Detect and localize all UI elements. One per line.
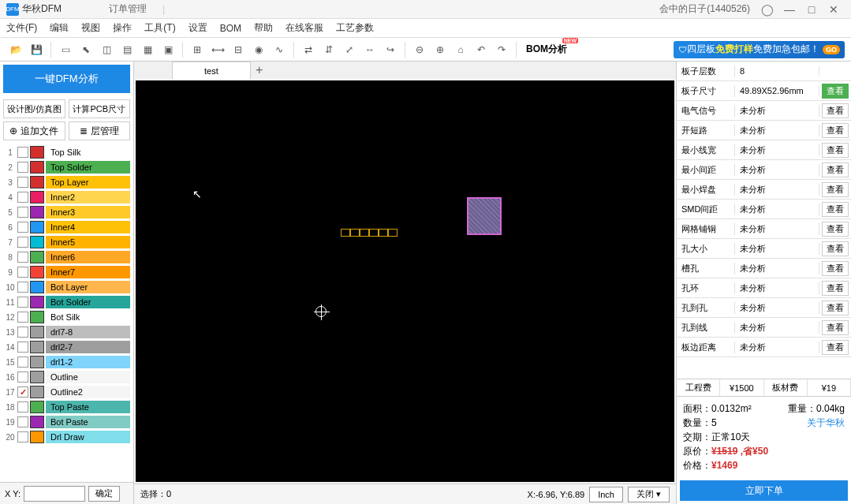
panel-icon[interactable]: ▤ xyxy=(118,40,136,59)
layer-checkbox[interactable] xyxy=(17,327,28,338)
grid-icon[interactable]: ▦ xyxy=(138,40,157,59)
select-icon[interactable]: ⬉ xyxy=(77,40,95,59)
gauge-icon[interactable]: ◉ xyxy=(249,40,268,59)
lasso-icon[interactable]: ◫ xyxy=(97,40,116,59)
xy-confirm-button[interactable]: 确定 xyxy=(88,486,120,502)
menu-file[interactable]: 文件(F) xyxy=(6,21,37,35)
layer-manage-button[interactable]: ≣层管理 xyxy=(69,121,131,140)
layer-color-swatch[interactable] xyxy=(30,221,44,233)
layer-name[interactable]: Inner2 xyxy=(46,191,130,203)
layer-color-swatch[interactable] xyxy=(30,206,44,218)
layer-checkbox[interactable] xyxy=(17,237,28,248)
layer-checkbox[interactable] xyxy=(17,371,28,383)
layer-row[interactable]: 1 Top Silk xyxy=(3,145,130,159)
wave-icon[interactable]: ∿ xyxy=(270,40,289,59)
xy-input[interactable] xyxy=(24,486,85,502)
flip-h-icon[interactable]: ⇄ xyxy=(299,40,318,59)
add-file-button[interactable]: ⊕追加文件 xyxy=(3,121,65,140)
layer-checkbox[interactable] xyxy=(17,357,28,368)
expand-icon[interactable]: ⤢ xyxy=(340,40,359,59)
frame-icon[interactable]: ▣ xyxy=(159,40,177,59)
analysis-view-button[interactable]: 查看 xyxy=(822,261,849,276)
layer-color-swatch[interactable] xyxy=(30,176,44,189)
analysis-view-button[interactable]: 查看 xyxy=(822,143,849,158)
move-icon[interactable]: ↔ xyxy=(360,40,379,59)
layer-name[interactable]: Top Solder xyxy=(46,161,130,174)
layer-name[interactable]: Top Silk xyxy=(46,146,130,159)
layer-checkbox[interactable] xyxy=(17,401,28,413)
analysis-view-button[interactable]: 查看 xyxy=(822,182,849,197)
layer-checkbox[interactable] xyxy=(17,192,28,203)
layer-name[interactable]: Bot Layer xyxy=(46,281,130,293)
layer-row[interactable]: 19 Bot Paste xyxy=(3,415,130,429)
menu-edit[interactable]: 编辑 xyxy=(50,21,69,35)
layer-name[interactable]: Inner5 xyxy=(46,236,130,248)
layer-checkbox[interactable] xyxy=(17,342,28,353)
layer-color-swatch[interactable] xyxy=(30,416,44,428)
ruler-icon[interactable]: ⊞ xyxy=(188,40,207,59)
save-icon[interactable]: 💾 xyxy=(27,40,46,59)
flip-v-icon[interactable]: ⇵ xyxy=(319,40,338,59)
layer-color-swatch[interactable] xyxy=(30,191,44,203)
analysis-view-button[interactable]: 查看 xyxy=(822,84,849,99)
layer-row[interactable]: 5 Inner3 xyxy=(3,205,130,219)
layer-row[interactable]: 17 Outline2 xyxy=(3,385,130,399)
menu-support[interactable]: 在线客服 xyxy=(286,21,323,35)
layer-color-swatch[interactable] xyxy=(30,161,44,174)
zoom-out-icon[interactable]: ⊖ xyxy=(410,40,429,59)
layer-name[interactable]: drl1-2 xyxy=(46,356,130,368)
layer-name[interactable]: Inner7 xyxy=(46,266,130,278)
layer-row[interactable]: 3 Top Layer xyxy=(3,175,130,189)
layer-row[interactable]: 2 Top Solder xyxy=(3,160,130,174)
redo-icon[interactable]: ↷ xyxy=(492,40,511,59)
layer-color-swatch[interactable] xyxy=(30,311,44,323)
layer-name[interactable]: Bot Paste xyxy=(46,416,130,428)
layer-name[interactable]: Outline xyxy=(46,371,130,383)
close-button[interactable]: ✕ xyxy=(823,2,845,17)
layer-checkbox[interactable] xyxy=(17,297,28,308)
layer-color-swatch[interactable] xyxy=(30,281,44,293)
layer-color-swatch[interactable] xyxy=(30,236,44,248)
analysis-view-button[interactable]: 查看 xyxy=(822,281,849,296)
open-icon[interactable]: 📂 xyxy=(6,40,25,59)
layer-checkbox[interactable] xyxy=(17,267,28,278)
layer-checkbox[interactable] xyxy=(17,431,28,442)
layer-row[interactable]: 16 Outline xyxy=(3,370,130,384)
menu-bom[interactable]: BOM xyxy=(220,23,241,34)
zoom-in-icon[interactable]: ⊕ xyxy=(431,40,450,59)
home-icon[interactable]: ⌂ xyxy=(451,40,470,59)
layer-checkbox[interactable] xyxy=(17,207,28,218)
tab-add-button[interactable]: + xyxy=(251,62,268,79)
layer-color-swatch[interactable] xyxy=(30,356,44,368)
analysis-view-button[interactable]: 查看 xyxy=(822,103,849,118)
layer-row[interactable]: 11 Bot Solder xyxy=(3,295,130,309)
layer-color-swatch[interactable] xyxy=(30,386,44,398)
layer-color-swatch[interactable] xyxy=(30,431,44,443)
inch-button[interactable]: Inch xyxy=(589,487,623,502)
design-sim-button[interactable]: 设计图/仿真图 xyxy=(3,99,65,118)
layer-checkbox[interactable] xyxy=(17,177,28,188)
layer-checkbox[interactable] xyxy=(17,147,28,158)
layer-checkbox[interactable] xyxy=(17,312,28,323)
layer-row[interactable]: 15 drl1-2 xyxy=(3,355,130,369)
layer-row[interactable]: 10 Bot Layer xyxy=(3,280,130,294)
layer-checkbox[interactable] xyxy=(17,162,28,173)
tab-test[interactable]: test xyxy=(172,62,251,79)
dim-icon[interactable]: ⊟ xyxy=(229,40,248,59)
layer-row[interactable]: 18 Top Paste xyxy=(3,400,130,414)
layer-color-swatch[interactable] xyxy=(30,266,44,278)
analysis-view-button[interactable]: 查看 xyxy=(822,123,849,138)
layer-name[interactable]: Inner3 xyxy=(46,206,130,218)
layer-checkbox[interactable] xyxy=(17,282,28,293)
analysis-view-button[interactable]: 查看 xyxy=(822,222,849,237)
layer-checkbox[interactable] xyxy=(17,222,28,233)
layer-row[interactable]: 9 Inner7 xyxy=(3,265,130,279)
layer-color-swatch[interactable] xyxy=(30,326,44,338)
analysis-view-button[interactable]: 查看 xyxy=(822,301,849,315)
layer-checkbox[interactable] xyxy=(17,416,28,427)
layer-color-swatch[interactable] xyxy=(30,146,44,159)
menu-help[interactable]: 帮助 xyxy=(254,21,273,35)
menu-view[interactable]: 视图 xyxy=(81,21,100,35)
menu-tools[interactable]: 工具(T) xyxy=(144,21,175,35)
layer-row[interactable]: 20 Drl Draw xyxy=(3,430,130,444)
